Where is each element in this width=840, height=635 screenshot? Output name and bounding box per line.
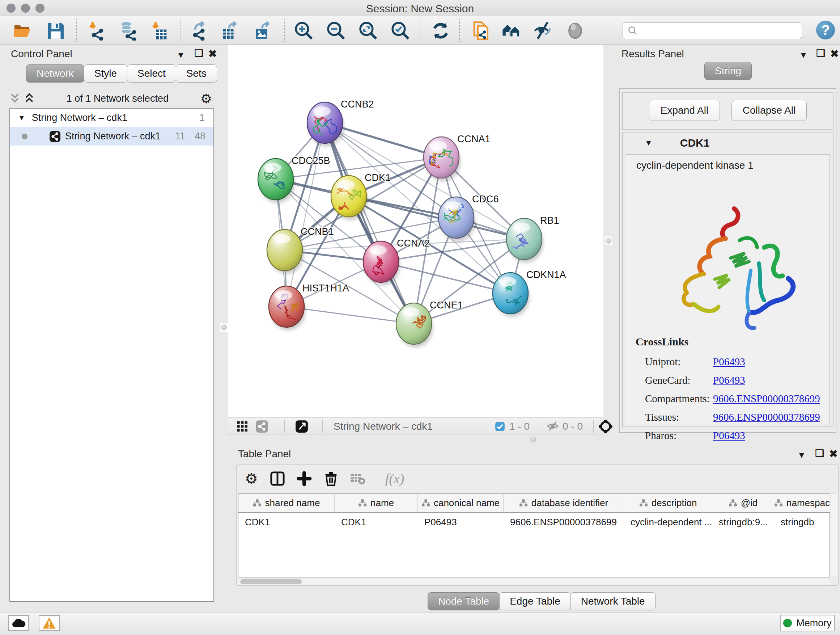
refresh-button[interactable] — [430, 20, 451, 41]
gene-card-caret[interactable]: ▼ — [645, 138, 653, 148]
control-panel-close-icon[interactable]: ✖ — [208, 48, 217, 60]
table-vertical-scrollbar[interactable] — [831, 494, 837, 578]
search-input[interactable] — [622, 22, 802, 39]
grid-view-icon[interactable] — [237, 421, 248, 432]
left-splitter-handle[interactable] — [219, 323, 228, 332]
table-cell[interactable]: stringdb — [774, 514, 830, 530]
network-node-CCNB2[interactable] — [307, 102, 344, 146]
column-header-namespac[interactable]: namespac — [774, 494, 830, 512]
zoom-selected-button[interactable] — [390, 20, 411, 41]
results-panel-float-icon[interactable]: ❑ — [816, 47, 825, 59]
table-panel-close-icon[interactable]: ✖ — [829, 448, 837, 460]
save-session-button[interactable] — [45, 20, 66, 41]
table-horizontal-scrollbar[interactable] — [238, 579, 830, 585]
zoom-in-button[interactable] — [294, 20, 314, 41]
right-splitter-handle[interactable] — [604, 236, 613, 245]
tab-edge-table[interactable]: Edge Table — [499, 592, 571, 610]
network-node-CDC6[interactable] — [439, 197, 475, 241]
tab-network[interactable]: Network — [26, 65, 84, 82]
function-builder-icon[interactable]: f(x) — [378, 470, 411, 487]
network-node-CDC25B[interactable] — [258, 158, 294, 203]
help-button[interactable]: ? — [816, 21, 835, 40]
column-header-name[interactable]: name — [335, 494, 418, 512]
network-node-CDKN1A[interactable] — [493, 272, 529, 317]
import-table-button[interactable] — [149, 20, 170, 41]
column-header--id[interactable]: @id — [712, 494, 774, 512]
table-cell[interactable]: 9606.ENSP00000378699 — [504, 514, 624, 530]
tab-sets[interactable]: Sets — [176, 65, 217, 82]
import-network-from-database-button[interactable] — [118, 20, 139, 41]
scrollbar-thumb[interactable] — [240, 579, 302, 584]
export-network-button[interactable] — [189, 20, 210, 41]
tab-node-table[interactable]: Node Table — [428, 592, 500, 610]
network-edge-HIST1H1A-CCNE1[interactable] — [286, 307, 414, 324]
collapse-all-chevron-icon[interactable] — [9, 92, 20, 105]
delete-table-icon[interactable] — [349, 470, 366, 487]
collapse-all-button[interactable]: Collapse All — [731, 100, 807, 121]
table-cell[interactable]: stringdb:9... — [712, 514, 774, 530]
network-node-CCNA1[interactable] — [424, 137, 460, 181]
expand-all-chevron-icon[interactable] — [24, 92, 35, 105]
network-node-CCNE1[interactable] — [396, 303, 433, 347]
first-neighbors-button[interactable] — [501, 20, 522, 41]
delete-column-trash-icon[interactable] — [323, 470, 339, 487]
network-collection-row[interactable]: ▼ String Network – cdk1 1 — [10, 109, 213, 127]
network-node-CCNB1[interactable] — [267, 230, 303, 274]
import-network-button[interactable] — [86, 20, 107, 41]
table-cell[interactable]: CDK1 — [335, 514, 418, 530]
crosslink-value-link[interactable]: 9606.ENSP00000378699 — [713, 411, 820, 423]
memory-button[interactable]: Memory — [780, 615, 835, 631]
column-header-description[interactable]: description — [624, 494, 712, 512]
birds-eye-view-icon[interactable] — [295, 420, 308, 433]
crosslink-value-link[interactable]: P06493 — [713, 430, 745, 442]
create-column-plus-icon[interactable] — [296, 470, 313, 487]
table-cell[interactable]: P06493 — [418, 514, 504, 530]
crosslink-value-link[interactable]: P06493 — [713, 374, 745, 386]
tab-style[interactable]: Style — [84, 65, 127, 82]
cloud-status-button[interactable] — [8, 615, 29, 631]
network-node-CDK1[interactable] — [331, 176, 368, 220]
table-options-gear-icon[interactable]: ⚙ — [243, 470, 260, 487]
hide-selected-button[interactable] — [532, 20, 553, 41]
table-cell[interactable]: cyclin-dependent ... — [624, 514, 712, 530]
zoom-out-button[interactable] — [325, 20, 347, 41]
crosslink-value-link[interactable]: P06493 — [713, 356, 745, 368]
export-image-button[interactable] — [253, 20, 274, 41]
network-canvas[interactable]: CCNB2CCNA1CDC25BCDK1CDC6RB1CCNB1CCNA2CDK… — [228, 45, 603, 417]
selected-checkbox[interactable] — [495, 421, 505, 432]
tab-select[interactable]: Select — [127, 65, 176, 82]
table-panel-float-icon[interactable]: ❑ — [815, 447, 824, 459]
crosslink-value-link[interactable]: 9606.ENSP00000378699 — [713, 393, 820, 405]
table-cell[interactable]: CDK1 — [238, 514, 335, 530]
zoom-fit-button[interactable] — [358, 20, 379, 41]
network-share-icon[interactable] — [256, 420, 268, 433]
column-header-shared-name[interactable]: shared name — [238, 494, 335, 512]
network-row[interactable]: String Network – cdk1 11 48 — [10, 127, 213, 146]
show-columns-icon[interactable] — [269, 470, 286, 487]
control-panel-menu-caret[interactable]: ▼ — [177, 50, 185, 60]
tree-expand-caret[interactable]: ▼ — [18, 114, 25, 122]
gear-icon[interactable]: ⚙ — [201, 91, 212, 106]
expand-all-button[interactable]: Expand All — [649, 100, 720, 121]
control-panel-float-icon[interactable]: ❑ — [194, 47, 203, 59]
warnings-button[interactable] — [39, 615, 60, 631]
node-locator-crosshair-icon[interactable] — [598, 419, 613, 434]
column-header-database-identifier[interactable]: database identifier — [504, 494, 624, 512]
gene-card-header[interactable]: ▼ CDK1 — [623, 133, 833, 154]
export-table-button[interactable] — [220, 20, 241, 41]
bottom-splitter-handle[interactable] — [528, 436, 538, 443]
window-title: Session: New Session — [0, 3, 840, 15]
tab-network-table[interactable]: Network Table — [570, 592, 655, 610]
open-session-button[interactable] — [12, 20, 33, 41]
duplicate-network-button[interactable] — [471, 20, 492, 41]
network-node-RB1[interactable] — [507, 218, 543, 263]
network-edge-CCNB2-HIST1H1A[interactable] — [286, 123, 325, 307]
results-panel-close-icon[interactable]: ✖ — [830, 48, 838, 60]
network-node-HIST1H1A[interactable] — [269, 286, 305, 330]
results-panel-menu-caret[interactable]: ▼ — [799, 50, 808, 60]
column-header-canonical-name[interactable]: canonical name — [418, 494, 504, 512]
show-all-button[interactable] — [565, 20, 586, 41]
tab-string[interactable]: String — [704, 62, 752, 80]
network-node-CCNA2[interactable] — [363, 241, 400, 285]
table-panel-menu-caret[interactable]: ▼ — [797, 450, 806, 460]
